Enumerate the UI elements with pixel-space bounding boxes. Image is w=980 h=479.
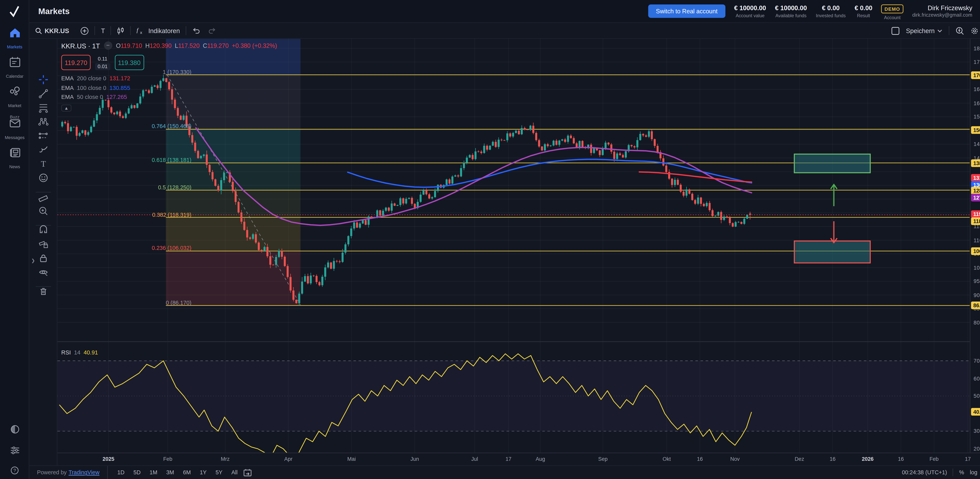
zoom-in-tool-button[interactable] xyxy=(29,206,57,219)
chart-settings-button[interactable] xyxy=(970,27,978,35)
time-axis-label-mai[interactable]: Mai xyxy=(347,456,356,462)
clock-label[interactable]: 00:24:38 (UTC+1) xyxy=(902,469,947,476)
legend-collapse-button[interactable]: ▲ xyxy=(61,105,72,112)
quick-search-button[interactable] xyxy=(956,27,964,35)
help-button[interactable]: ? xyxy=(0,466,29,477)
trend-line-tool-button[interactable] xyxy=(29,89,57,101)
log-scale-toggle[interactable]: log xyxy=(970,469,977,476)
tradingview-link[interactable]: TradingView xyxy=(68,469,100,476)
preferences-button[interactable] xyxy=(0,446,29,458)
pattern-tool-button[interactable] xyxy=(29,117,57,129)
range-button-5d[interactable]: 5D xyxy=(130,468,144,477)
hide-drawings-tool-button[interactable] xyxy=(29,267,57,280)
time-axis-label-feb[interactable]: Feb xyxy=(929,456,939,462)
theme-toggle-button[interactable] xyxy=(0,425,29,437)
time-axis-label-sep[interactable]: Sep xyxy=(598,456,608,462)
range-button-all[interactable]: All xyxy=(228,468,241,477)
time-axis-label-16[interactable]: 16 xyxy=(898,456,904,462)
fib-label-0.236: 0.236 (106.032) xyxy=(83,245,191,251)
chart-area[interactable]: T ❯ KKR.US · 1T – O119.710H120.390L117.5… xyxy=(29,39,980,479)
sidebar-item-news[interactable]: News xyxy=(0,147,29,171)
redo-button[interactable] xyxy=(208,27,216,34)
compare-add-button[interactable] xyxy=(81,27,89,35)
indicators-button[interactable]: fx Indikatoren xyxy=(137,27,180,35)
time-axis-label-2026[interactable]: 2026 xyxy=(862,456,873,462)
range-button-5y[interactable]: 5Y xyxy=(212,468,226,477)
legend-symbol[interactable]: KKR.US · 1T xyxy=(61,42,100,49)
rsi-axis-label: 50.00 xyxy=(974,393,980,399)
fib-retracement-tool-button[interactable] xyxy=(29,103,57,115)
time-axis[interactable]: 2025FebMrzAprMaiJunJul17AugSepOkt16NovDe… xyxy=(57,452,970,465)
delete-tool-icon xyxy=(38,286,48,297)
magnet-tool-button[interactable] xyxy=(29,225,57,238)
layout-button[interactable] xyxy=(891,27,899,35)
candlestick-icon xyxy=(117,27,125,35)
text-tool-button[interactable]: T xyxy=(29,159,57,171)
price-axis[interactable]: 180.000175.000165.000160.000155.000145.0… xyxy=(970,39,980,453)
drawing-lock-tool-button[interactable] xyxy=(29,239,57,252)
time-axis-label-2025[interactable]: 2025 xyxy=(102,456,114,462)
switch-to-real-account-button[interactable]: Switch to Real account xyxy=(648,5,725,18)
brush-tool-button[interactable] xyxy=(29,145,57,157)
time-axis-label-nov[interactable]: Nov xyxy=(730,456,740,462)
price-axis-label: 165.000 xyxy=(974,86,980,93)
sidebar-item-markets[interactable]: Markets xyxy=(0,27,29,51)
range-button-6m[interactable]: 6M xyxy=(180,468,194,477)
app-logo[interactable] xyxy=(0,3,29,21)
stat-label: Account value xyxy=(734,12,766,18)
measure-tool-button[interactable] xyxy=(29,192,57,205)
hide-symbol-icon[interactable]: – xyxy=(104,41,112,50)
time-axis-label-16[interactable]: 16 xyxy=(697,456,703,462)
time-axis-label-mrz[interactable]: Mrz xyxy=(221,456,230,462)
undo-button[interactable] xyxy=(192,27,200,34)
ema-legend-row[interactable]: EMA50 close 0127.265 xyxy=(61,94,277,100)
crosshair-tool-button[interactable] xyxy=(29,75,57,87)
rsi-axis-label: 60.00 xyxy=(974,375,980,382)
symbol-search-button[interactable]: KKR.US xyxy=(35,27,69,34)
sidebar-item-label: MarketBuzz xyxy=(8,103,21,119)
save-layout-button[interactable]: Speichern xyxy=(906,27,942,34)
range-button-1m[interactable]: 1M xyxy=(146,468,161,477)
range-button-1y[interactable]: 1Y xyxy=(197,468,210,477)
price-axis-badge: 127.265 xyxy=(971,194,980,201)
time-axis-label-apr[interactable]: Apr xyxy=(284,456,293,462)
ema-legend-row[interactable]: EMA100 close 0130.855 xyxy=(61,84,277,91)
delete-tool-button[interactable] xyxy=(29,286,57,299)
time-axis-label-jul[interactable]: Jul xyxy=(471,456,478,462)
time-axis-label-feb[interactable]: Feb xyxy=(163,456,172,462)
time-axis-label-okt[interactable]: Okt xyxy=(663,456,671,462)
range-button-3m[interactable]: 3M xyxy=(163,468,177,477)
bottom-toolbar: Powered by TradingView 1D5D1M3M6M1Y5YAll… xyxy=(29,465,980,479)
sidebar-item-calendar[interactable]: Calendar xyxy=(0,56,29,80)
chart-type-button[interactable] xyxy=(117,27,125,35)
time-axis-label-jun[interactable]: Jun xyxy=(410,456,419,462)
stat-label: Invested funds xyxy=(816,12,846,18)
sidebar-item-label: Markets xyxy=(7,44,22,49)
time-axis-label-16[interactable]: 16 xyxy=(830,456,835,462)
user-email: dirk.friczewsky@gmail.com xyxy=(912,12,972,18)
sidebar-item-messages[interactable]: Messages xyxy=(0,117,29,141)
time-axis-label-aug[interactable]: Aug xyxy=(536,456,545,462)
help-icon: ? xyxy=(10,466,19,475)
time-axis-label-17[interactable]: 17 xyxy=(506,456,511,462)
emoji-tool-button[interactable] xyxy=(29,173,57,186)
interval-button[interactable]: T xyxy=(101,27,105,34)
range-button-1d[interactable]: 1D xyxy=(114,468,127,477)
ema-legend-row[interactable]: EMA200 close 0131.172 xyxy=(61,75,277,82)
rsi-param: 14 xyxy=(74,349,81,356)
calendar-icon xyxy=(9,56,21,68)
range-buttons: 1D5D1M3M6M1Y5YAll xyxy=(108,468,241,477)
buy-button[interactable]: 119.380 xyxy=(115,55,144,70)
time-axis-label-dez[interactable]: Dez xyxy=(795,456,804,462)
stat-label: Result xyxy=(854,12,872,18)
goto-date-button[interactable] xyxy=(243,468,253,477)
fib-label-0.382: 0.382 (118.319) xyxy=(83,211,191,218)
time-axis-settings[interactable] xyxy=(970,452,980,465)
svg-text:x: x xyxy=(140,30,143,35)
projection-tool-button[interactable] xyxy=(29,131,57,143)
watchlist-expander[interactable]: ❯ xyxy=(31,258,35,263)
sell-button[interactable]: 119.270 xyxy=(61,55,91,70)
sidebar-item-market-buzz[interactable]: MarketBuzz xyxy=(0,86,29,121)
percent-scale-toggle[interactable]: % xyxy=(959,469,964,476)
text-tool-icon: T xyxy=(38,159,48,169)
